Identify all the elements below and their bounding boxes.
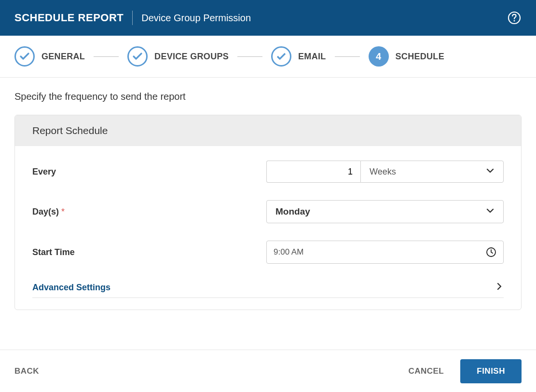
header-bar: SCHEDULE REPORT Device Group Permission <box>0 0 536 36</box>
step-label: DEVICE GROUPS <box>154 52 229 62</box>
back-button[interactable]: BACK <box>14 366 39 376</box>
check-icon <box>127 46 148 67</box>
days-select[interactable]: Monday <box>266 200 504 223</box>
header-title: SCHEDULE REPORT <box>14 12 124 24</box>
step-device-groups[interactable]: DEVICE GROUPS <box>127 46 229 67</box>
every-unit-select[interactable]: Weeks <box>360 161 504 183</box>
advanced-settings-toggle[interactable]: Advanced Settings <box>32 272 504 298</box>
step-schedule[interactable]: 4 SCHEDULE <box>369 46 444 67</box>
row-start-time: Start Time <box>32 232 504 272</box>
step-connector <box>335 56 360 57</box>
step-general[interactable]: GENERAL <box>14 46 85 67</box>
report-schedule-card: Report Schedule Every Weeks <box>14 115 522 310</box>
step-label: SCHEDULE <box>396 52 444 62</box>
clock-icon[interactable] <box>486 247 496 257</box>
header-subtitle: Device Group Permission <box>141 13 251 24</box>
every-label: Every <box>32 167 266 177</box>
help-icon[interactable] <box>507 11 522 25</box>
cancel-button[interactable]: CANCEL <box>408 366 444 376</box>
chevron-down-icon <box>486 206 495 217</box>
step-connector <box>94 56 119 57</box>
check-icon <box>14 46 35 67</box>
step-number-badge: 4 <box>369 46 389 67</box>
every-unit-value: Weeks <box>370 167 396 177</box>
svg-point-1 <box>514 20 515 22</box>
days-value: Monday <box>275 206 310 217</box>
start-time-label: Start Time <box>32 247 266 257</box>
row-every: Every Weeks <box>32 152 504 191</box>
every-value-input[interactable] <box>266 161 360 183</box>
step-connector <box>237 56 262 57</box>
chevron-down-icon <box>486 166 495 177</box>
instruction-text: Specify the frequency to send the report <box>14 91 522 102</box>
row-days: Day(s) * Monday <box>32 191 504 232</box>
start-time-field[interactable] <box>266 241 504 264</box>
start-time-input[interactable] <box>274 247 486 257</box>
step-label: EMAIL <box>298 52 326 62</box>
content-area: Specify the frequency to send the report… <box>0 78 536 310</box>
wizard-stepper: GENERAL DEVICE GROUPS EMAIL 4 SCHEDULE <box>0 36 536 78</box>
header-divider <box>132 11 133 25</box>
days-label: Day(s) * <box>32 207 266 217</box>
wizard-footer: BACK CANCEL FINISH <box>0 350 536 392</box>
step-label: GENERAL <box>41 52 85 62</box>
advanced-settings-label: Advanced Settings <box>32 283 110 293</box>
required-indicator: * <box>61 207 65 216</box>
chevron-right-icon <box>495 282 504 293</box>
finish-button[interactable]: FINISH <box>460 359 522 383</box>
step-email[interactable]: EMAIL <box>271 46 326 67</box>
check-icon <box>271 46 291 67</box>
card-title: Report Schedule <box>15 115 521 146</box>
